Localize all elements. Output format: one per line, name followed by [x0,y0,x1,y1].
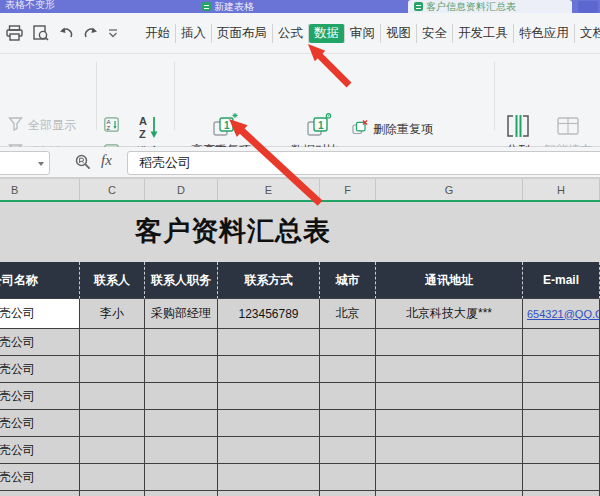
doc-tab-1[interactable]: 表格不变形 [5,0,55,12]
table-row: 稻壳公司 [0,410,600,437]
cell[interactable] [80,464,145,491]
cell[interactable] [80,356,145,383]
cell[interactable] [523,464,600,491]
cell[interactable] [376,437,523,464]
cell[interactable]: 北京科技大厦*** [376,299,523,329]
menu-tab-插入[interactable]: 插入 [176,24,212,43]
cell[interactable] [523,383,600,410]
cell[interactable]: 稻壳公司 [0,356,80,383]
cell[interactable] [145,356,218,383]
cell[interactable] [376,491,523,496]
column-header-B[interactable]: B [0,179,80,200]
cell[interactable] [523,356,600,383]
cell[interactable]: 稻壳公司 [0,464,80,491]
cell[interactable] [523,329,600,356]
cell[interactable] [80,410,145,437]
cell[interactable]: 稻壳公司 [0,437,80,464]
titlebar-right-button[interactable] [578,1,598,13]
cell[interactable] [218,491,320,496]
column-header-E[interactable]: E [218,179,320,200]
cell[interactable]: 北京 [320,299,376,329]
cell[interactable] [218,329,320,356]
cell[interactable] [320,329,376,356]
svg-text:1: 1 [224,120,230,131]
menu-tab-开始[interactable]: 开始 [140,24,176,43]
cell[interactable] [320,356,376,383]
redo-icon[interactable] [83,26,99,40]
cell[interactable]: 稻壳公司 [0,329,80,356]
table-header-cell: 联系方式 [218,262,320,299]
doc-tab-active[interactable]: 客户信息资料汇总表 [408,0,572,13]
cell[interactable] [320,491,376,496]
cell[interactable] [218,410,320,437]
sort-ascending-icon[interactable]: AZ [104,117,119,132]
cell[interactable] [376,410,523,437]
cell[interactable] [80,491,145,496]
table-row: 稻壳公司 [0,383,600,410]
menu-tab-特色应用[interactable]: 特色应用 [514,24,575,43]
cell[interactable] [145,437,218,464]
menu-tab-公式[interactable]: 公式 [273,24,309,43]
printer-icon[interactable] [6,25,23,41]
menu-tab-页面布局[interactable]: 页面布局 [212,24,273,43]
cell[interactable]: 稻壳公司 [0,299,80,329]
show-all-button[interactable]: 全部显示 [8,116,76,134]
print-preview-icon[interactable] [32,25,49,41]
cell[interactable] [218,437,320,464]
fx-icon[interactable]: fx [101,152,112,169]
cell[interactable] [218,383,320,410]
menu-tab-视图[interactable]: 视图 [381,24,417,43]
email-link[interactable]: 654321@QQ.COM [527,308,600,320]
column-header-F[interactable]: F [320,179,376,200]
cell[interactable] [320,410,376,437]
column-header-C[interactable]: C [80,179,145,200]
cell[interactable] [145,329,218,356]
ribbon-tabs: 开始插入页面布局公式数据审阅视图安全开发工具特色应用文档助手 [140,13,600,53]
cell[interactable]: 稻壳公司 [0,383,80,410]
cell[interactable] [376,356,523,383]
menu-tab-审阅[interactable]: 审阅 [345,24,381,43]
cell[interactable]: 采购部经理 [145,299,218,329]
cell[interactable] [145,383,218,410]
name-box[interactable] [0,151,50,175]
cell[interactable] [145,491,218,496]
svg-text:Z: Z [107,125,111,131]
menu-tab-安全[interactable]: 安全 [417,24,453,43]
cell[interactable] [80,437,145,464]
ribbon-divider [174,62,175,130]
doc-tab-2[interactable]: 新建表格 [196,0,328,13]
delete-duplicates-button[interactable]: 删除重复项 [352,120,433,138]
formula-input[interactable]: 稻壳公司 [127,151,600,175]
find-icon[interactable] [74,153,92,175]
cell[interactable]: 654321@QQ.COM [523,299,600,329]
cell[interactable] [523,410,600,437]
column-header-G[interactable]: G [376,179,523,200]
cell[interactable]: 稻壳公司 [0,491,80,496]
cell[interactable] [145,410,218,437]
cell[interactable] [376,464,523,491]
column-header-D[interactable]: D [145,179,218,200]
cell[interactable] [80,329,145,356]
column-header-H[interactable]: H [523,179,600,200]
cell[interactable]: 李小 [80,299,145,329]
cell[interactable] [145,464,218,491]
cell[interactable] [523,491,600,496]
cell[interactable] [376,383,523,410]
menu-tab-开发工具[interactable]: 开发工具 [453,24,514,43]
cell[interactable] [320,437,376,464]
cell[interactable]: 123456789 [218,299,320,329]
cell[interactable] [80,383,145,410]
cell[interactable] [523,437,600,464]
cell[interactable] [376,329,523,356]
cell[interactable] [320,464,376,491]
undo-icon[interactable] [58,26,74,40]
cell[interactable] [320,383,376,410]
menu-tab-数据[interactable]: 数据 [309,24,345,43]
filter-icon [8,116,23,134]
more-chevron-icon[interactable] [108,27,118,39]
cell[interactable] [218,464,320,491]
cell[interactable]: 稻壳公司 [0,410,80,437]
table-row: 稻壳公司 [0,464,600,491]
cell[interactable] [218,356,320,383]
menu-tab-文档助手[interactable]: 文档助手 [575,24,600,43]
